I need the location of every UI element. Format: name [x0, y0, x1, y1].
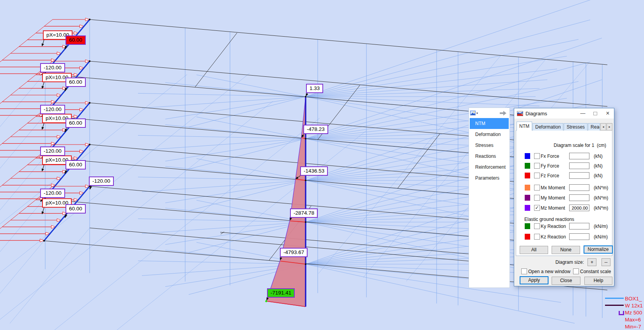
- legend-mz-icon: [619, 311, 624, 315]
- help-button[interactable]: Help: [584, 277, 612, 285]
- open-new-window-label: Open a new window: [528, 269, 570, 274]
- moment-value-label: 1.33: [306, 84, 323, 93]
- mx-color-swatch: [525, 185, 530, 191]
- mx-unit-label: (kN*m): [594, 185, 608, 191]
- app-viewport: pX=10.00 pX=10.00 pX=10.00 pX=10.00 pX=1…: [0, 0, 644, 330]
- load-value-label: -120.00: [40, 189, 65, 198]
- legend-mz-scale-label: Mz 500: [625, 310, 642, 316]
- load-value-label: 60.00: [65, 160, 86, 169]
- tab-ntm[interactable]: NTM: [517, 122, 532, 131]
- diagram-size-minus-button[interactable]: --: [602, 258, 610, 266]
- mz-color-swatch: [525, 205, 530, 211]
- kz-reaction-label: Kz Reaction: [541, 234, 566, 240]
- tab-scroll-right-icon[interactable]: ▸: [607, 123, 612, 131]
- normalize-button[interactable]: Normalize: [584, 245, 613, 254]
- none-button[interactable]: None: [552, 246, 580, 254]
- kz-reaction-checkbox[interactable]: [534, 234, 540, 240]
- legend-max-label: Max=6: [625, 317, 641, 323]
- apply-button[interactable]: Apply: [520, 276, 548, 284]
- moment-min-value-label: -7191.41: [267, 288, 295, 298]
- diagrams-icon: [517, 111, 523, 116]
- ky-scale-input[interactable]: [569, 223, 589, 229]
- mz-moment-label: Mz Moment: [541, 205, 565, 211]
- my-moment-checkbox[interactable]: [534, 195, 540, 201]
- fz-force-checkbox[interactable]: [534, 173, 540, 178]
- fz-force-label: Fz Force: [541, 173, 559, 178]
- tab-reactions[interactable]: Reactions: [588, 123, 600, 131]
- mx-moment-checkbox[interactable]: [534, 185, 540, 191]
- open-new-window-checkbox[interactable]: [521, 268, 527, 274]
- fx-color-swatch: [525, 153, 530, 159]
- mx-moment-label: Mx Moment: [541, 185, 565, 191]
- ky-reaction-checkbox[interactable]: [534, 223, 540, 229]
- tab-scroll-left-icon[interactable]: ◂: [600, 123, 606, 131]
- tab-stresses[interactable]: Stresses: [564, 123, 587, 131]
- results-side-panel: ▾ NTM Deformation Stresses Reactions Rei…: [469, 108, 510, 288]
- tab-deformation[interactable]: Deformation: [533, 123, 563, 131]
- sidebar-item-deformation[interactable]: Deformation: [469, 129, 510, 140]
- minimize-button[interactable]: —: [577, 108, 589, 118]
- load-value-label: -120.00: [89, 176, 114, 186]
- screen-capture-button[interactable]: ▾: [470, 109, 480, 116]
- force-row-fz: Fz Force (kN): [525, 173, 615, 180]
- legend-min-label: Min=-7: [625, 324, 641, 330]
- diagram-scale-label: Diagram scale for 1 (cm): [554, 143, 606, 148]
- moment-value-label: -4793.67: [280, 248, 308, 257]
- fy-scale-input[interactable]: [569, 162, 589, 169]
- constant-scale-checkbox[interactable]: [573, 268, 579, 274]
- dialog-title: Diagrams: [525, 111, 547, 116]
- mz-moment-checkbox[interactable]: ✓: [534, 205, 540, 211]
- fx-unit-label: (kN): [594, 154, 603, 159]
- fy-unit-label: (kN): [594, 163, 603, 169]
- load-value-label: 60.00: [65, 78, 86, 87]
- fx-force-checkbox[interactable]: [534, 153, 540, 159]
- fy-color-swatch: [525, 163, 530, 169]
- fy-force-label: Fy Force: [541, 163, 559, 169]
- maximize-icon: [593, 112, 597, 115]
- side-panel-toolbar: ▾: [469, 108, 510, 118]
- my-moment-label: My Moment: [541, 195, 565, 201]
- legend-section-label: BOX1_: [625, 296, 642, 302]
- all-button[interactable]: All: [520, 246, 548, 254]
- chevron-down-icon: ▾: [476, 111, 478, 115]
- reaction-row-kz: Kz Reaction (kN/m): [525, 234, 615, 241]
- diagrams-dialog: Diagrams — × NTM Deformation Stresses Re…: [514, 108, 614, 286]
- kz-scale-input[interactable]: [569, 233, 589, 240]
- legend-profile-label: W 12x1: [625, 303, 643, 309]
- fy-force-checkbox[interactable]: [534, 163, 540, 169]
- sidebar-item-reactions[interactable]: Reactions: [469, 151, 510, 162]
- load-value-label: -120.00: [40, 63, 65, 72]
- load-value-label: -120.00: [40, 146, 65, 156]
- dialog-titlebar[interactable]: Diagrams — ×: [514, 108, 614, 118]
- sidebar-item-reinforcement[interactable]: Reinforcement: [469, 162, 510, 173]
- sidebar-item-parameters[interactable]: Parameters: [469, 173, 510, 184]
- maximize-button[interactable]: [589, 108, 602, 118]
- fx-force-label: Fx Force: [541, 154, 559, 159]
- load-value-label-max: 60.00: [65, 35, 86, 45]
- collapse-panel-arrow-icon[interactable]: [500, 110, 506, 117]
- close-button[interactable]: ×: [602, 108, 614, 118]
- sidebar-item-ntm[interactable]: NTM: [470, 118, 509, 129]
- fz-scale-input[interactable]: [569, 172, 589, 179]
- load-value-label: -120.00: [40, 105, 65, 114]
- moment-value-label: -1436.53: [300, 166, 328, 176]
- load-value-label: 60.00: [65, 204, 86, 214]
- kz-unit-label: (kN/m): [594, 234, 608, 240]
- sidebar-item-stresses[interactable]: Stresses: [469, 140, 510, 151]
- diagram-size-plus-button[interactable]: +: [587, 258, 596, 266]
- elastic-ground-reactions-label: Elastic ground reactions: [524, 217, 574, 222]
- ky-color-swatch: [525, 223, 530, 229]
- force-row-mx: Mx Moment (kN*m): [525, 185, 615, 192]
- reaction-row-ky: Ky Reaction (kN/m): [525, 223, 615, 230]
- fz-unit-label: (kN): [594, 173, 603, 178]
- close-dialog-button[interactable]: Close: [552, 277, 580, 285]
- mx-scale-input[interactable]: [569, 184, 589, 191]
- mz-scale-input[interactable]: [569, 205, 589, 211]
- force-row-mz: ✓ Mz Moment (kN*m): [525, 205, 615, 212]
- legend-section-line: [605, 298, 624, 299]
- fx-scale-input[interactable]: [569, 153, 589, 159]
- moment-value-label: -478.23: [303, 125, 328, 134]
- my-scale-input[interactable]: [569, 194, 589, 201]
- dialog-tab-strip: NTM Deformation Stresses Reactions ◂ ▸: [517, 122, 612, 131]
- my-unit-label: (kN*m): [594, 195, 608, 201]
